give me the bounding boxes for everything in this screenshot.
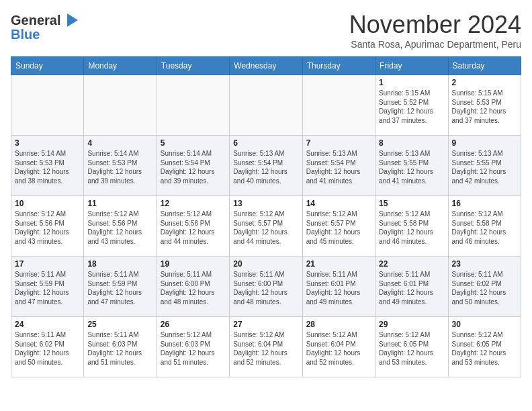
- day-number: 28: [306, 320, 371, 329]
- day-info: Sunrise: 5:15 AMSunset: 5:52 PMDaylight:…: [379, 89, 444, 125]
- day-number: 12: [161, 199, 226, 208]
- day-info: Sunrise: 5:14 AMSunset: 5:53 PMDaylight:…: [87, 149, 152, 185]
- col-thursday: Thursday: [302, 57, 375, 75]
- calendar-cell: 21Sunrise: 5:11 AMSunset: 6:01 PMDayligh…: [302, 257, 375, 317]
- calendar-cell: 23Sunrise: 5:11 AMSunset: 6:02 PMDayligh…: [448, 257, 521, 317]
- calendar-cell: 10Sunrise: 5:12 AMSunset: 5:56 PMDayligh…: [11, 196, 84, 257]
- day-number: 7: [306, 138, 371, 148]
- calendar-cell: 7Sunrise: 5:13 AMSunset: 5:54 PMDaylight…: [302, 136, 375, 196]
- calendar-cell: 11Sunrise: 5:12 AMSunset: 5:56 PMDayligh…: [84, 196, 157, 257]
- day-info: Sunrise: 5:12 AMSunset: 5:57 PMDaylight:…: [306, 210, 371, 246]
- day-info: Sunrise: 5:14 AMSunset: 5:53 PMDaylight:…: [15, 149, 80, 185]
- day-number: 29: [379, 320, 444, 329]
- day-info: Sunrise: 5:12 AMSunset: 5:58 PMDaylight:…: [452, 210, 517, 246]
- day-info: Sunrise: 5:12 AMSunset: 5:56 PMDaylight:…: [15, 210, 80, 246]
- day-number: 4: [87, 138, 152, 148]
- page-header: General Blue November 2024 Santa Rosa, A…: [11, 11, 521, 50]
- day-number: 19: [161, 259, 226, 269]
- calendar-header-row: Sunday Monday Tuesday Wednesday Thursday…: [11, 57, 521, 75]
- day-info: Sunrise: 5:12 AMSunset: 5:56 PMDaylight:…: [161, 210, 226, 246]
- day-info: Sunrise: 5:11 AMSunset: 6:02 PMDaylight:…: [452, 270, 517, 306]
- calendar-cell: 25Sunrise: 5:11 AMSunset: 6:03 PMDayligh…: [84, 317, 157, 377]
- logo-text-general: General: [11, 13, 60, 28]
- title-section: November 2024 Santa Rosa, Apurimac Depar…: [349, 11, 521, 50]
- logo-icon: [62, 11, 81, 30]
- calendar-table: Sunday Monday Tuesday Wednesday Thursday…: [11, 56, 521, 377]
- day-number: 14: [306, 199, 371, 208]
- calendar-cell: 17Sunrise: 5:11 AMSunset: 5:59 PMDayligh…: [11, 257, 84, 317]
- calendar-cell: 13Sunrise: 5:12 AMSunset: 5:57 PMDayligh…: [230, 196, 302, 257]
- day-number: 20: [233, 259, 298, 269]
- calendar-cell: 1Sunrise: 5:15 AMSunset: 5:52 PMDaylight…: [375, 75, 448, 136]
- calendar-cell: [84, 75, 157, 136]
- location-subtitle: Santa Rosa, Apurimac Department, Peru: [349, 39, 521, 50]
- col-wednesday: Wednesday: [230, 57, 302, 75]
- calendar-cell: 3Sunrise: 5:14 AMSunset: 5:53 PMDaylight…: [11, 136, 84, 196]
- day-number: 11: [87, 199, 152, 208]
- day-info: Sunrise: 5:12 AMSunset: 6:04 PMDaylight:…: [233, 330, 298, 367]
- day-number: 21: [306, 259, 371, 269]
- day-info: Sunrise: 5:13 AMSunset: 5:54 PMDaylight:…: [306, 149, 371, 185]
- day-info: Sunrise: 5:15 AMSunset: 5:53 PMDaylight:…: [452, 89, 517, 125]
- calendar-cell: 22Sunrise: 5:11 AMSunset: 6:01 PMDayligh…: [375, 257, 448, 317]
- day-info: Sunrise: 5:11 AMSunset: 5:59 PMDaylight:…: [87, 270, 152, 306]
- day-number: 16: [452, 199, 517, 208]
- day-number: 1: [379, 78, 444, 87]
- calendar-cell: 4Sunrise: 5:14 AMSunset: 5:53 PMDaylight…: [84, 136, 157, 196]
- svg-marker-0: [67, 13, 78, 27]
- col-tuesday: Tuesday: [157, 57, 229, 75]
- calendar-cell: 24Sunrise: 5:11 AMSunset: 6:02 PMDayligh…: [11, 317, 84, 377]
- calendar-cell: 12Sunrise: 5:12 AMSunset: 5:56 PMDayligh…: [157, 196, 229, 257]
- day-info: Sunrise: 5:13 AMSunset: 5:55 PMDaylight:…: [379, 149, 444, 185]
- col-friday: Friday: [375, 57, 448, 75]
- calendar-cell: 5Sunrise: 5:14 AMSunset: 5:54 PMDaylight…: [157, 136, 229, 196]
- day-number: 30: [452, 320, 517, 329]
- calendar-cell: 30Sunrise: 5:12 AMSunset: 6:05 PMDayligh…: [448, 317, 521, 377]
- day-info: Sunrise: 5:11 AMSunset: 5:59 PMDaylight:…: [15, 270, 80, 306]
- day-number: 9: [452, 138, 517, 148]
- calendar-week-1: 1Sunrise: 5:15 AMSunset: 5:52 PMDaylight…: [11, 75, 521, 136]
- calendar-cell: 26Sunrise: 5:12 AMSunset: 6:03 PMDayligh…: [157, 317, 229, 377]
- calendar-cell: [302, 75, 375, 136]
- day-number: 22: [379, 259, 444, 269]
- day-info: Sunrise: 5:11 AMSunset: 6:01 PMDaylight:…: [379, 270, 444, 306]
- calendar-cell: [11, 75, 84, 136]
- day-number: 8: [379, 138, 444, 148]
- day-number: 10: [15, 199, 80, 208]
- day-number: 15: [379, 199, 444, 208]
- day-number: 13: [233, 199, 298, 208]
- day-info: Sunrise: 5:11 AMSunset: 6:03 PMDaylight:…: [87, 330, 152, 367]
- col-saturday: Saturday: [448, 57, 521, 75]
- calendar-cell: 27Sunrise: 5:12 AMSunset: 6:04 PMDayligh…: [230, 317, 302, 377]
- calendar-week-4: 17Sunrise: 5:11 AMSunset: 5:59 PMDayligh…: [11, 257, 521, 317]
- col-monday: Monday: [84, 57, 157, 75]
- calendar-cell: 9Sunrise: 5:13 AMSunset: 5:55 PMDaylight…: [448, 136, 521, 196]
- day-number: 18: [87, 259, 152, 269]
- calendar-cell: [157, 75, 229, 136]
- day-number: 5: [161, 138, 226, 148]
- day-number: 24: [15, 320, 80, 329]
- col-sunday: Sunday: [11, 57, 84, 75]
- calendar-week-3: 10Sunrise: 5:12 AMSunset: 5:56 PMDayligh…: [11, 196, 521, 257]
- day-info: Sunrise: 5:12 AMSunset: 6:04 PMDaylight:…: [306, 330, 371, 367]
- day-number: 2: [452, 78, 517, 87]
- day-info: Sunrise: 5:12 AMSunset: 6:05 PMDaylight:…: [452, 330, 517, 367]
- day-info: Sunrise: 5:11 AMSunset: 6:00 PMDaylight:…: [233, 270, 298, 306]
- calendar-week-5: 24Sunrise: 5:11 AMSunset: 6:02 PMDayligh…: [11, 317, 521, 377]
- day-info: Sunrise: 5:11 AMSunset: 6:00 PMDaylight:…: [161, 270, 226, 306]
- day-info: Sunrise: 5:12 AMSunset: 5:58 PMDaylight:…: [379, 210, 444, 246]
- calendar-cell: 6Sunrise: 5:13 AMSunset: 5:54 PMDaylight…: [230, 136, 302, 196]
- day-info: Sunrise: 5:12 AMSunset: 5:57 PMDaylight:…: [233, 210, 298, 246]
- calendar-cell: 15Sunrise: 5:12 AMSunset: 5:58 PMDayligh…: [375, 196, 448, 257]
- day-number: 26: [161, 320, 226, 329]
- month-title: November 2024: [349, 11, 521, 39]
- day-number: 6: [233, 138, 298, 148]
- calendar-cell: 28Sunrise: 5:12 AMSunset: 6:04 PMDayligh…: [302, 317, 375, 377]
- day-info: Sunrise: 5:11 AMSunset: 6:02 PMDaylight:…: [15, 330, 80, 367]
- calendar-cell: 2Sunrise: 5:15 AMSunset: 5:53 PMDaylight…: [448, 75, 521, 136]
- day-info: Sunrise: 5:13 AMSunset: 5:55 PMDaylight:…: [452, 149, 517, 185]
- calendar-cell: 19Sunrise: 5:11 AMSunset: 6:00 PMDayligh…: [157, 257, 229, 317]
- day-info: Sunrise: 5:12 AMSunset: 5:56 PMDaylight:…: [87, 210, 152, 246]
- day-info: Sunrise: 5:12 AMSunset: 6:03 PMDaylight:…: [161, 330, 226, 367]
- day-info: Sunrise: 5:14 AMSunset: 5:54 PMDaylight:…: [161, 149, 226, 185]
